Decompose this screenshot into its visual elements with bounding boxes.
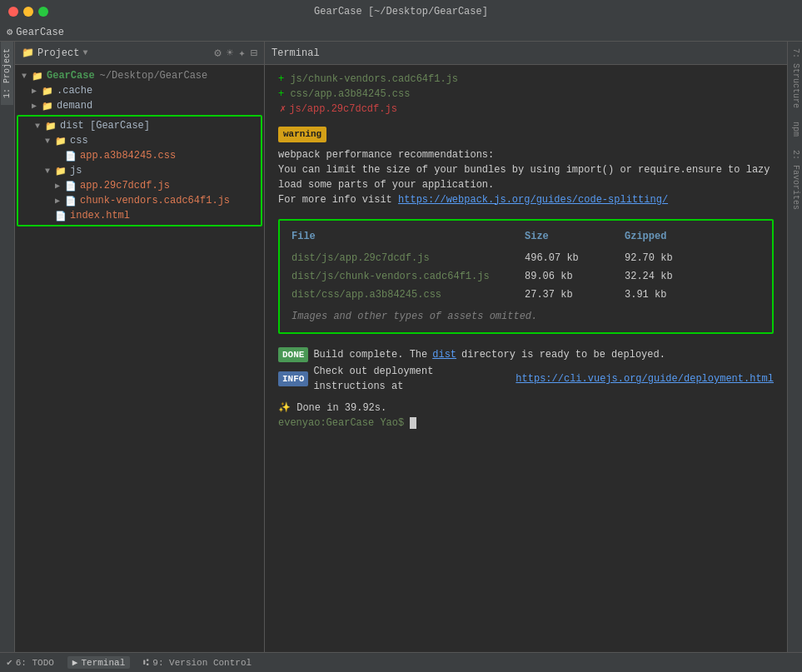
tree-item-css-folder[interactable]: ▼ 📁 css — [18, 133, 261, 148]
gzip-cell: 32.24 kb — [625, 269, 725, 284]
expand-arrow: ▼ — [45, 137, 55, 146]
terminal-prompt: evenyao:GearCase Yao$ — [278, 417, 404, 429]
tree-item-demand[interactable]: ▶ 📁 demand — [15, 98, 264, 113]
size-col-header: Size — [525, 229, 625, 244]
settings-icon[interactable]: ⚙ — [214, 46, 221, 60]
project-header: 📁 Project ▼ ⚙ ☀ ✦ ⊟ — [15, 42, 264, 65]
maximize-button[interactable] — [38, 7, 48, 17]
expand-arrow: ▼ — [45, 167, 55, 176]
warning-text: webpack performance recommendations: — [278, 147, 774, 162]
app-css-name: app.a3b84245.css — [80, 150, 176, 162]
bundle-table-header: File Size Gzipped — [291, 229, 760, 249]
tree-item-js-folder[interactable]: ▼ 📁 js — [18, 163, 261, 178]
app-js-name: app.29c7dcdf.js — [80, 180, 170, 192]
folder-icon: 📁 — [55, 136, 67, 147]
tree-item-cache[interactable]: ▶ 📁 .cache — [15, 83, 264, 98]
expand-arrow: ▶ — [55, 196, 65, 206]
webpack-link[interactable]: https://webpack.js.org/guides/code-split… — [398, 194, 668, 206]
table-footer: Images and other types of assets omitted… — [291, 309, 760, 324]
js-folder-name: js — [70, 165, 82, 177]
gzip-cell: 92.70 kb — [625, 251, 725, 266]
collapse-icon[interactable]: ⊟ — [251, 46, 257, 60]
folder-icon: 📁 — [42, 101, 53, 112]
warning-detail1: You can limit the size of your bundles b… — [278, 162, 774, 192]
todo-icon: ✔ — [7, 657, 12, 668]
window-controls[interactable] — [8, 7, 48, 17]
tree-item-dist[interactable]: ▼ 📁 dist [GearCase] — [18, 118, 261, 133]
css-file-icon: 📄 — [65, 151, 77, 162]
chunk-vendors-name: chunk-vendors.cadc64f1.js — [80, 195, 230, 207]
tree-root[interactable]: ▼ 📁 GearCase ~/Desktop/GearCase — [15, 68, 264, 83]
done-in-text: Done in 39.92s. — [296, 402, 386, 414]
expand-arrow: ▼ — [35, 122, 45, 131]
warning-line: warning — [278, 127, 774, 142]
right-tab-favorites[interactable]: 2: Favorites — [788, 143, 802, 217]
file-cell: dist/css/app.a3b84245.css — [291, 287, 525, 302]
table-row: dist/js/app.29c7dcdf.js 496.07 kb 92.70 … — [291, 249, 760, 267]
close-button[interactable] — [8, 7, 18, 17]
done-line: DONE Build complete. The dist directory … — [278, 347, 774, 363]
info-line: INFO Check out deployment instructions a… — [278, 364, 774, 394]
right-tab-structure[interactable]: 7: Structure — [788, 42, 802, 115]
done-in-line: ✨ Done in 39.92s. — [278, 401, 774, 416]
size-cell: 89.06 kb — [525, 269, 625, 284]
done-text-prefix: Build complete. The — [313, 347, 427, 362]
cursor — [410, 417, 416, 429]
project-title-bar: 📁 Project ▼ — [22, 47, 87, 59]
output-line-chunk-vendors: js/chunk-vendors.cadc64f1.js — [290, 73, 458, 85]
tree-item-app-css[interactable]: 📄 app.a3b84245.css — [18, 148, 261, 163]
warning-badge: warning — [278, 127, 326, 142]
js-file-icon: 📄 — [65, 196, 77, 207]
expand-arrow: ▶ — [32, 86, 42, 96]
right-sidebar-tabs: 7: Structure npm 2: Favorites — [787, 42, 802, 652]
terminal-header: Terminal — [265, 42, 787, 65]
terminal-panel: Terminal + js/chunk-vendors.cadc64f1.js … — [265, 42, 787, 652]
size-cell: 496.07 kb — [525, 251, 625, 266]
cache-name: .cache — [57, 85, 92, 97]
right-tab-npm[interactable]: npm — [788, 115, 802, 143]
expand-arrow: ▼ — [22, 72, 32, 81]
status-version-control[interactable]: ⑆ 9: Version Control — [143, 658, 252, 668]
minimize-button[interactable] — [23, 7, 33, 17]
index-html-name: index.html — [70, 210, 130, 222]
info-text-prefix: Check out deployment instructions at — [313, 364, 511, 394]
sidebar-item-project[interactable]: 1: Project — [1, 42, 13, 105]
terminal-content[interactable]: + js/chunk-vendors.cadc64f1.js + css/app… — [265, 65, 787, 652]
done-text-suffix: directory is ready to be deployed. — [461, 347, 665, 362]
tree-item-index-html[interactable]: 📄 index.html — [18, 208, 261, 223]
locate-icon[interactable]: ☀ — [227, 46, 233, 60]
status-terminal[interactable]: ▶ Terminal — [67, 656, 130, 669]
title-bar: GearCase [~/Desktop/GearCase] — [0, 0, 802, 23]
file-col-header: File — [291, 229, 525, 244]
css-folder-name: css — [70, 135, 88, 147]
status-todo[interactable]: ✔ 6: TODO — [7, 657, 54, 668]
vcs-icon: ⑆ — [143, 658, 149, 668]
project-tree: ▼ 📁 GearCase ~/Desktop/GearCase ▶ 📁 .cac… — [15, 65, 264, 652]
folder-icon: 📁 — [42, 86, 53, 97]
dist-name: dist [GearCase] — [60, 120, 150, 132]
tree-item-app-js[interactable]: ▶ 📄 app.29c7dcdf.js — [18, 178, 261, 193]
output-line-css: css/app.a3b84245.css — [290, 88, 410, 100]
output-line-app-js: js/app.29c7dcdf.js — [289, 102, 397, 117]
done-badge: DONE — [278, 347, 308, 363]
sparkle-icon: ✨ — [278, 402, 291, 414]
folder-icon: 📁 — [45, 121, 57, 132]
terminal-line-2: + css/app.a3b84245.css — [278, 87, 774, 102]
status-bar: ✔ 6: TODO ▶ Terminal ⑆ 9: Version Contro… — [0, 652, 802, 672]
info-link[interactable]: https://cli.vuejs.org/guide/deployment.h… — [516, 371, 774, 386]
project-folder-icon: 📁 — [22, 47, 34, 59]
terminal-line-3: ✗ js/app.29c7dcdf.js — [278, 102, 774, 117]
dist-highlight-box: ▼ 📁 dist [GearCase] ▼ 📁 css 📄 app.a3b8 — [17, 115, 262, 226]
gzip-cell: 3.91 kb — [625, 287, 725, 302]
expand-icon[interactable]: ✦ — [238, 46, 245, 60]
gzip-col-header: Gzipped — [625, 229, 725, 244]
terminal-title: Terminal — [271, 47, 320, 59]
bundle-table: File Size Gzipped dist/js/app.29c7dcdf.j… — [278, 219, 774, 334]
warning-detail2: For more info visit https://webpack.js.o… — [278, 192, 774, 207]
project-panel: 📁 Project ▼ ⚙ ☀ ✦ ⊟ ▼ 📁 GearCase ~/Deskt… — [15, 42, 265, 652]
js-file-icon: 📄 — [65, 181, 77, 192]
root-name: GearCase — [47, 70, 95, 82]
left-sidebar-tabs: 1: Project — [0, 42, 15, 652]
folder-icon: 📁 — [55, 166, 67, 177]
tree-item-chunk-vendors[interactable]: ▶ 📄 chunk-vendors.cadc64f1.js — [18, 193, 261, 208]
